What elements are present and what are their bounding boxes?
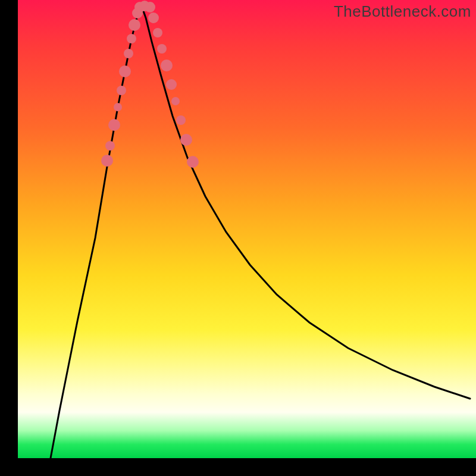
data-marker [187, 156, 199, 168]
chart-svg [18, 0, 476, 458]
data-marker [129, 19, 140, 31]
data-marker [176, 115, 186, 125]
right-curve [142, 6, 470, 399]
data-marker [180, 134, 192, 146]
data-marker [153, 28, 162, 37]
data-marker [108, 119, 120, 131]
data-marker [148, 12, 159, 23]
curve-layer [51, 6, 470, 458]
data-marker [101, 155, 113, 167]
data-marker [124, 49, 133, 58]
data-marker [105, 141, 115, 151]
data-marker [119, 65, 131, 77]
data-marker [117, 86, 126, 95]
data-marker [157, 44, 167, 54]
marker-layer [101, 1, 199, 168]
chart-frame: TheBottleneck.com [0, 0, 476, 476]
data-marker [127, 34, 136, 43]
data-marker [145, 2, 155, 12]
plot-area: TheBottleneck.com [18, 0, 476, 458]
data-marker [171, 97, 180, 105]
data-marker [114, 103, 122, 111]
data-marker [161, 60, 173, 71]
data-marker [166, 79, 177, 90]
